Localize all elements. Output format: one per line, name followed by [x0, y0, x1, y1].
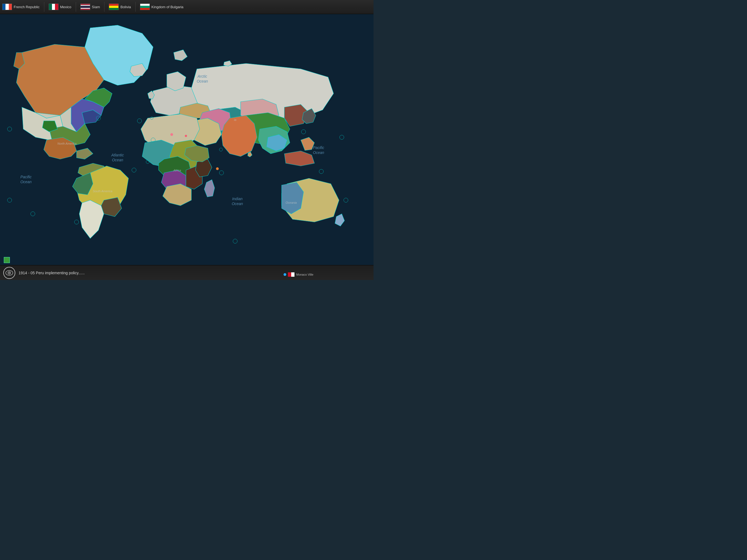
flag-bolivia	[109, 4, 119, 10]
country-siam[interactable]: Siam	[80, 4, 100, 10]
region-label-oceania: Oceania	[286, 201, 297, 204]
ocean-label-pacific-right2: Ocean	[313, 150, 324, 155]
country-mexico[interactable]: Mexico	[49, 4, 71, 10]
divider-2	[76, 2, 76, 12]
news-ticker: 1914 - 05 Peru implementing policy......	[19, 271, 85, 275]
top-bar: French Republic Mexico Siam Bolivia King…	[0, 0, 374, 14]
country-name-france: French Republic	[14, 5, 40, 9]
ocean-label-pacific-left: Pacific	[20, 175, 31, 179]
ocean-label-pacific-right: Pacific	[313, 146, 324, 150]
news-eye-icon	[3, 267, 15, 279]
region-label-russia-area: ia	[234, 118, 236, 121]
monaco-notification: Monaco Ville	[284, 272, 313, 277]
country-name-bolivia: Bolivia	[120, 5, 131, 9]
country-name-siam: Siam	[92, 5, 100, 9]
divider-4	[135, 2, 136, 12]
monaco-city-name: Monaco Ville	[296, 273, 313, 276]
war-marker-2	[185, 135, 187, 137]
bottom-bar: 1914 - 05 Peru implementing policy......	[0, 265, 374, 280]
svg-point-3	[9, 272, 10, 274]
divider-3	[104, 2, 104, 12]
region-label-north-america: North America	[57, 142, 77, 145]
flag-france	[2, 4, 12, 10]
event-marker-1	[216, 167, 219, 170]
ocean-label-indian: Indian	[232, 197, 242, 201]
territory-india[interactable]	[222, 116, 257, 156]
map-toggle-button[interactable]	[4, 257, 10, 263]
war-marker-1	[170, 133, 173, 136]
region-label-south-america: South America	[93, 189, 112, 193]
flag-bulgaria	[140, 4, 150, 10]
map-area[interactable]: Arctic Ocean Atlantic Ocean Pacific Ocea…	[0, 14, 374, 265]
ocean-label-arctic2: Ocean	[197, 79, 208, 83]
country-name-mexico: Mexico	[60, 5, 71, 9]
ocean-label-atlantic: Atlantic	[111, 153, 124, 157]
country-bolivia[interactable]: Bolivia	[109, 4, 131, 10]
divider-1	[44, 2, 44, 12]
flag-siam	[80, 4, 90, 10]
ocean-label-indian2: Ocean	[232, 202, 243, 206]
flag-mexico	[49, 4, 58, 10]
ocean-label-pacific-left2: Ocean	[20, 180, 31, 184]
monaco-flag	[288, 272, 294, 277]
country-france[interactable]: French Republic	[2, 4, 40, 10]
country-bulgaria[interactable]: Kingdom of Bulgaria	[140, 4, 183, 10]
ocean-label-arctic: Arctic	[198, 74, 207, 78]
ocean-label-atlantic2: Ocean	[112, 158, 123, 162]
region-label-africa: Africa	[173, 169, 181, 172]
country-name-bulgaria: Kingdom of Bulgaria	[152, 5, 183, 9]
monaco-dot	[284, 273, 286, 276]
